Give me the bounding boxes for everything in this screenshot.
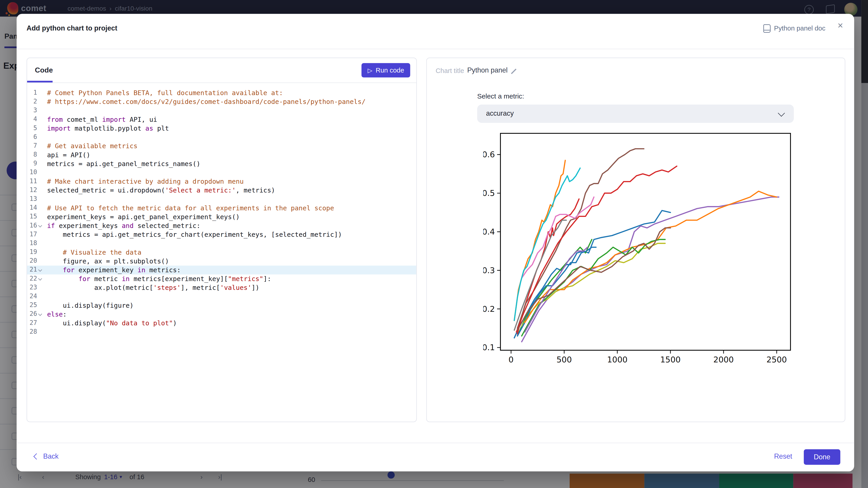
chart-title-label: Chart title [436, 67, 464, 74]
metric-dropdown[interactable]: accuracy [477, 105, 794, 123]
doc-link-label: Python panel doc [774, 24, 825, 32]
tab-code[interactable]: Code [35, 66, 53, 74]
code-line[interactable]: 10 [27, 168, 416, 177]
code-line[interactable]: 26else: [27, 310, 416, 319]
code-line[interactable]: 25 ui.display(figure) [27, 301, 416, 310]
reset-button[interactable]: Reset [774, 453, 792, 460]
code-line[interactable]: 27 ui.display("No data to plot") [27, 319, 416, 328]
svg-text:0.3: 0.3 [483, 266, 495, 275]
code-line[interactable]: 21 for experiment_key in metrics: [27, 266, 416, 274]
code-line[interactable]: 14# Use API to fetch the metric data for… [27, 203, 416, 213]
code-line[interactable]: 4from comet_ml import API, ui [27, 115, 416, 124]
book-icon [764, 24, 771, 33]
code-line[interactable]: 17 metrics = api.get_metrics_for_chart(e… [27, 230, 416, 239]
svg-text:500: 500 [557, 355, 572, 364]
svg-text:0.1: 0.1 [483, 343, 495, 352]
code-line[interactable]: 19 # Visualize the data [27, 248, 416, 257]
close-icon[interactable]: × [837, 21, 843, 32]
run-code-button[interactable]: ▷ Run code [362, 63, 410, 77]
code-line[interactable]: 28 [27, 328, 416, 336]
code-line[interactable]: 9metrics = api.get_panel_metrics_names() [27, 159, 416, 168]
code-line[interactable]: 22 for metric in metrics[experiment_key]… [27, 274, 416, 283]
python-panel-doc-link[interactable]: Python panel doc [764, 23, 826, 34]
svg-text:2000: 2000 [713, 355, 734, 364]
code-line[interactable]: 2# https://www.comet.com/docs/v2/guides/… [27, 97, 416, 106]
code-line[interactable]: 8api = API() [27, 151, 416, 159]
modal-title: Add python chart to project [27, 24, 117, 32]
svg-text:1000: 1000 [607, 355, 627, 364]
code-line[interactable]: 13 [27, 195, 416, 203]
add-python-chart-modal: Add python chart to project Python panel… [17, 14, 854, 471]
chevron-down-icon [778, 109, 785, 117]
chevron-left-icon [33, 453, 40, 460]
code-line[interactable]: 5import matplotlib.pyplot as plt [27, 124, 416, 133]
code-line[interactable]: 24 [27, 292, 416, 301]
svg-text:0.5: 0.5 [483, 188, 495, 198]
code-line[interactable]: 11# Make chart interactive by adding a d… [27, 177, 416, 186]
metric-dropdown-value: accuracy [486, 109, 514, 117]
svg-text:0.4: 0.4 [483, 227, 495, 236]
code-editor-header: Code ▷ Run code [27, 58, 416, 83]
code-editor-lines[interactable]: 1# Comet Python Panels BETA, full docume… [27, 83, 416, 336]
code-line[interactable]: 3 [27, 106, 416, 115]
code-line[interactable]: 12selected_metric = ui.dropdown('Select … [27, 186, 416, 195]
code-editor-panel: Code ▷ Run code 1# Comet Python Panels B… [27, 58, 417, 422]
code-line[interactable]: 1# Comet Python Panels BETA, full docume… [27, 89, 416, 97]
run-code-label: Run code [376, 66, 404, 74]
code-line[interactable]: 16if experiment_keys and selected_metric… [27, 221, 416, 230]
back-button[interactable]: Back [34, 453, 59, 460]
chart-preview-panel: Chart title Python panel Select a metric… [426, 58, 845, 422]
code-line[interactable]: 7# Get available metrics [27, 142, 416, 151]
metric-select-label: Select a metric: [477, 92, 524, 100]
svg-text:0.6: 0.6 [483, 150, 495, 159]
code-line[interactable]: 23 ax.plot(metric['steps'], metric['valu… [27, 283, 416, 292]
svg-text:2500: 2500 [767, 355, 787, 364]
tab-code-underline [27, 81, 53, 83]
edit-title-pencil-icon[interactable] [510, 68, 518, 75]
svg-text:0: 0 [508, 355, 514, 364]
done-button[interactable]: Done [804, 449, 840, 465]
header-divider [17, 49, 854, 49]
code-line[interactable]: 18 [27, 239, 416, 248]
chart-title-value: Python panel [467, 66, 508, 74]
metric-chart: 050010001500200025000.10.20.30.40.50.6 [483, 127, 804, 375]
back-label: Back [43, 453, 59, 460]
modal-footer: Back Reset Done [17, 443, 854, 472]
svg-text:1500: 1500 [660, 355, 681, 364]
code-line[interactable]: 20 figure, ax = plt.subplots() [27, 257, 416, 265]
screen: comet comet-demos›cifar10-vision ? Panel… [0, 0, 868, 488]
svg-text:0.2: 0.2 [483, 304, 495, 314]
play-icon: ▷ [368, 67, 373, 73]
code-line[interactable]: 15experiment_keys = api.get_panel_experi… [27, 213, 416, 221]
code-line[interactable]: 6 [27, 133, 416, 142]
